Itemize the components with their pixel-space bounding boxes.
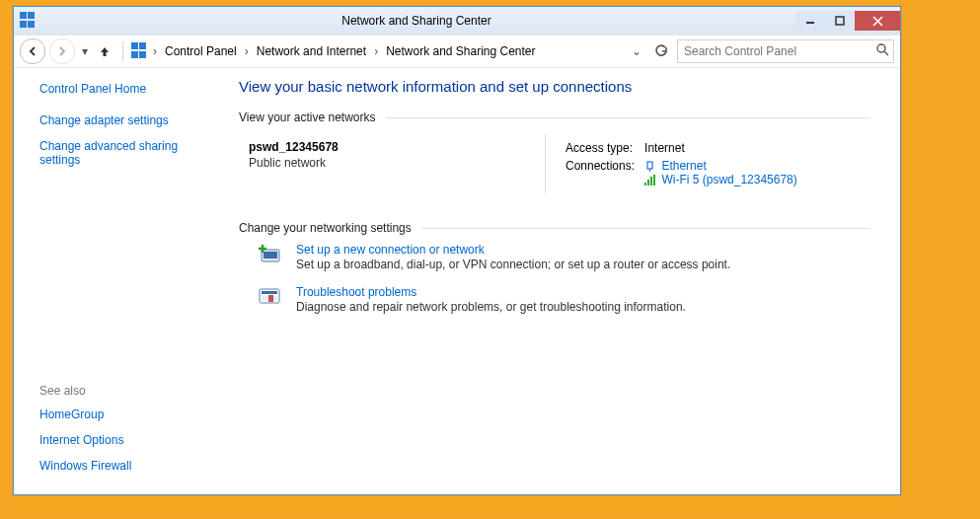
chevron-right-icon[interactable]: › [151,44,159,58]
svg-rect-13 [264,252,277,259]
sidebar-link-firewall[interactable]: Windows Firewall [39,459,209,473]
svg-line-5 [884,51,888,55]
breadcrumb-item[interactable]: Network and Internet [253,42,370,60]
see-also-heading: See also [39,384,209,398]
active-networks-heading: View your active networks [239,111,870,124]
app-icon [20,12,38,30]
troubleshoot-link[interactable]: Troubleshoot problems [296,285,686,299]
svg-rect-1 [836,17,844,25]
network-details: Access type: Internet Connections: Et [545,134,807,193]
breadcrumb-dropdown[interactable]: ⌄ [628,44,645,58]
breadcrumb-item[interactable]: Network and Sharing Center [382,42,539,60]
svg-rect-20 [268,295,273,302]
separator [122,41,123,61]
breadcrumb-item[interactable]: Control Panel [161,42,241,60]
forward-button[interactable] [49,38,75,64]
control-panel-icon [131,42,149,60]
page-title: View your basic network information and … [239,78,870,95]
wifi-icon [644,175,655,185]
setup-connection-item: Set up a new connection or network Set u… [255,243,870,271]
main-panel: View your basic network information and … [219,68,900,494]
maximize-button[interactable] [825,11,855,31]
sidebar-link-sharing[interactable]: Change advanced sharing settings [39,139,209,167]
content-area: Control Panel Home Change adapter settin… [14,68,900,494]
close-button[interactable] [855,11,900,31]
active-network-block: pswd_12345678 Public network Access type… [249,134,870,193]
network-type: Public network [249,156,545,170]
up-button[interactable] [95,41,114,61]
window-title: Network and Sharing Center [38,14,795,28]
toolbar: ▾ › Control Panel › Network and Internet… [14,35,900,68]
sidebar: Control Panel Home Change adapter settin… [14,68,219,494]
window-controls [795,11,900,31]
setup-connection-desc: Set up a broadband, dial-up, or VPN conn… [296,258,730,271]
svg-rect-8 [644,183,646,185]
minimize-button[interactable] [795,11,825,31]
connection-link-ethernet[interactable]: Ethernet [661,159,706,173]
section-label-text: View your active networks [239,111,376,124]
refresh-button[interactable] [649,39,673,63]
svg-rect-11 [653,175,655,185]
network-identity: pswd_12345678 Public network [249,134,545,193]
back-button[interactable] [20,38,45,64]
troubleshoot-desc: Diagnose and repair network problems, or… [296,300,686,314]
search-box[interactable] [677,39,894,63]
sidebar-link-home[interactable]: Control Panel Home [39,82,209,96]
recent-locations-dropdown[interactable]: ▾ [79,44,91,58]
svg-rect-18 [262,291,277,294]
ethernet-icon [644,161,655,172]
network-name: pswd_12345678 [249,140,545,154]
sidebar-link-homegroup[interactable]: HomeGroup [39,408,209,421]
search-icon[interactable] [876,43,889,59]
svg-rect-6 [647,162,652,169]
connections-label: Connections: [565,158,642,187]
sidebar-link-adapter[interactable]: Change adapter settings [39,113,209,127]
breadcrumb-bar[interactable]: › Control Panel › Network and Internet ›… [131,42,624,60]
setup-connection-icon [255,243,286,266]
access-type-value: Internet [644,140,805,156]
search-input[interactable] [682,43,876,59]
svg-point-4 [877,44,885,52]
window-frame: Network and Sharing Center ▾ › [13,6,901,495]
svg-rect-10 [650,177,652,185]
section-label-text: Change your networking settings [239,221,412,235]
sidebar-link-internet-options[interactable]: Internet Options [39,433,209,447]
connection-link-wifi[interactable]: Wi-Fi 5 (pswd_12345678) [661,173,796,186]
chevron-right-icon[interactable]: › [243,44,251,58]
chevron-right-icon[interactable]: › [372,44,380,58]
troubleshoot-item: Troubleshoot problems Diagnose and repai… [255,285,870,314]
titlebar: Network and Sharing Center [14,7,900,35]
troubleshoot-icon [255,285,286,309]
setup-connection-link[interactable]: Set up a new connection or network [296,243,730,257]
svg-rect-9 [647,180,649,185]
access-type-label: Access type: [565,140,642,156]
change-settings-heading: Change your networking settings [239,221,870,235]
